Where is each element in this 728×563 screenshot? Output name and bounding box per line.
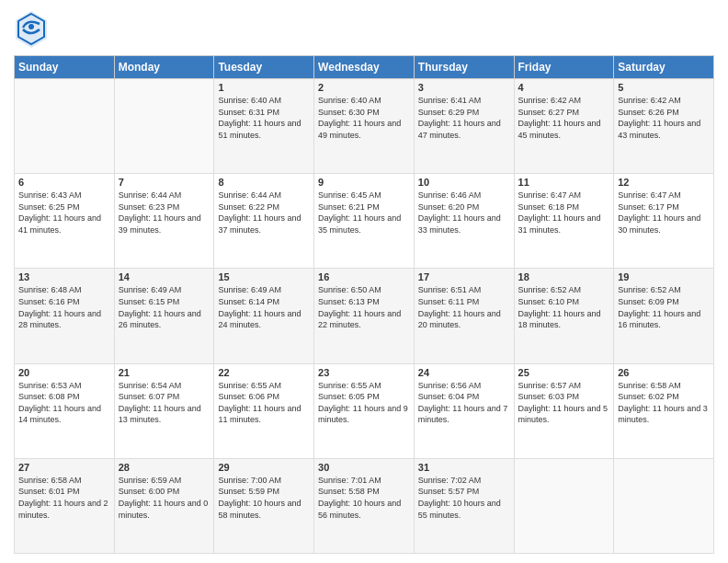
- calendar-cell: [514, 458, 614, 553]
- day-info: Sunrise: 6:44 AM Sunset: 6:23 PM Dayligh…: [119, 190, 210, 236]
- weekday-header-saturday: Saturday: [614, 56, 714, 79]
- calendar-cell: 6Sunrise: 6:43 AM Sunset: 6:25 PM Daylig…: [15, 174, 115, 269]
- day-number: 17: [418, 271, 510, 282]
- calendar-cell: 21Sunrise: 6:54 AM Sunset: 6:07 PM Dayli…: [114, 363, 214, 458]
- day-number: 2: [318, 82, 410, 93]
- day-number: 15: [218, 271, 310, 282]
- day-number: 31: [418, 462, 510, 473]
- day-info: Sunrise: 6:54 AM Sunset: 6:07 PM Dayligh…: [119, 380, 210, 426]
- logo: [14, 9, 51, 48]
- calendar-cell: 10Sunrise: 6:46 AM Sunset: 6:20 PM Dayli…: [414, 174, 514, 269]
- day-info: Sunrise: 6:46 AM Sunset: 6:20 PM Dayligh…: [418, 190, 510, 236]
- day-info: Sunrise: 6:43 AM Sunset: 6:25 PM Dayligh…: [18, 190, 110, 236]
- calendar-cell: 24Sunrise: 6:56 AM Sunset: 6:04 PM Dayli…: [414, 363, 514, 458]
- calendar-cell: 9Sunrise: 6:45 AM Sunset: 6:21 PM Daylig…: [314, 174, 415, 269]
- calendar-cell: 28Sunrise: 6:59 AM Sunset: 6:00 PM Dayli…: [114, 458, 214, 553]
- day-number: 14: [119, 271, 210, 282]
- calendar-cell: 19Sunrise: 6:52 AM Sunset: 6:09 PM Dayli…: [614, 269, 714, 363]
- weekday-header-row: SundayMondayTuesdayWednesdayThursdayFrid…: [15, 56, 714, 79]
- week-row-3: 13Sunrise: 6:48 AM Sunset: 6:16 PM Dayli…: [15, 269, 714, 363]
- day-number: 11: [518, 177, 610, 188]
- weekday-header-sunday: Sunday: [15, 56, 115, 79]
- calendar-cell: 7Sunrise: 6:44 AM Sunset: 6:23 PM Daylig…: [114, 174, 214, 269]
- day-info: Sunrise: 6:41 AM Sunset: 6:29 PM Dayligh…: [418, 95, 510, 141]
- week-row-1: 1Sunrise: 6:40 AM Sunset: 6:31 PM Daylig…: [15, 79, 714, 174]
- calendar-cell: 5Sunrise: 6:42 AM Sunset: 6:26 PM Daylig…: [614, 79, 714, 174]
- day-info: Sunrise: 6:55 AM Sunset: 6:06 PM Dayligh…: [218, 380, 310, 426]
- day-number: 30: [318, 462, 410, 473]
- calendar-cell: 16Sunrise: 6:50 AM Sunset: 6:13 PM Dayli…: [314, 269, 415, 363]
- calendar-cell: [15, 79, 115, 174]
- day-number: 1: [218, 82, 310, 93]
- day-info: Sunrise: 6:55 AM Sunset: 6:05 PM Dayligh…: [318, 380, 410, 426]
- day-info: Sunrise: 7:02 AM Sunset: 5:57 PM Dayligh…: [418, 475, 510, 521]
- day-info: Sunrise: 6:45 AM Sunset: 6:21 PM Dayligh…: [318, 190, 410, 236]
- day-number: 22: [218, 367, 310, 378]
- day-info: Sunrise: 6:49 AM Sunset: 6:15 PM Dayligh…: [119, 284, 210, 330]
- calendar-cell: 22Sunrise: 6:55 AM Sunset: 6:06 PM Dayli…: [214, 363, 314, 458]
- calendar-cell: 25Sunrise: 6:57 AM Sunset: 6:03 PM Dayli…: [514, 363, 614, 458]
- day-info: Sunrise: 6:40 AM Sunset: 6:30 PM Dayligh…: [318, 95, 410, 141]
- day-number: 6: [18, 177, 110, 188]
- calendar-cell: [614, 458, 714, 553]
- day-number: 13: [18, 271, 110, 282]
- day-info: Sunrise: 6:42 AM Sunset: 6:27 PM Dayligh…: [518, 95, 610, 141]
- page-header: [14, 9, 714, 48]
- day-info: Sunrise: 6:47 AM Sunset: 6:18 PM Dayligh…: [518, 190, 610, 236]
- weekday-header-thursday: Thursday: [414, 56, 514, 79]
- calendar-cell: 3Sunrise: 6:41 AM Sunset: 6:29 PM Daylig…: [414, 79, 514, 174]
- day-info: Sunrise: 6:58 AM Sunset: 6:01 PM Dayligh…: [18, 475, 110, 521]
- day-info: Sunrise: 7:01 AM Sunset: 5:58 PM Dayligh…: [318, 475, 410, 521]
- day-number: 10: [418, 177, 510, 188]
- day-info: Sunrise: 6:51 AM Sunset: 6:11 PM Dayligh…: [418, 284, 510, 330]
- weekday-header-wednesday: Wednesday: [314, 56, 415, 79]
- calendar-table: SundayMondayTuesdayWednesdayThursdayFrid…: [14, 55, 714, 554]
- day-info: Sunrise: 6:52 AM Sunset: 6:09 PM Dayligh…: [618, 284, 710, 330]
- day-info: Sunrise: 6:59 AM Sunset: 6:00 PM Dayligh…: [119, 475, 210, 521]
- day-info: Sunrise: 7:00 AM Sunset: 5:59 PM Dayligh…: [218, 475, 310, 521]
- day-number: 16: [318, 271, 410, 282]
- calendar-cell: 14Sunrise: 6:49 AM Sunset: 6:15 PM Dayli…: [114, 269, 214, 363]
- day-number: 5: [618, 82, 710, 93]
- day-info: Sunrise: 6:48 AM Sunset: 6:16 PM Dayligh…: [18, 284, 110, 330]
- calendar-cell: 15Sunrise: 6:49 AM Sunset: 6:14 PM Dayli…: [214, 269, 314, 363]
- day-number: 8: [218, 177, 310, 188]
- calendar-cell: 30Sunrise: 7:01 AM Sunset: 5:58 PM Dayli…: [314, 458, 415, 553]
- day-number: 18: [518, 271, 610, 282]
- day-info: Sunrise: 6:49 AM Sunset: 6:14 PM Dayligh…: [218, 284, 310, 330]
- calendar-cell: 17Sunrise: 6:51 AM Sunset: 6:11 PM Dayli…: [414, 269, 514, 363]
- week-row-5: 27Sunrise: 6:58 AM Sunset: 6:01 PM Dayli…: [15, 458, 714, 553]
- day-number: 24: [418, 367, 510, 378]
- calendar-cell: 31Sunrise: 7:02 AM Sunset: 5:57 PM Dayli…: [414, 458, 514, 553]
- day-number: 27: [18, 462, 110, 473]
- day-number: 21: [119, 367, 210, 378]
- day-number: 7: [119, 177, 210, 188]
- calendar-cell: 26Sunrise: 6:58 AM Sunset: 6:02 PM Dayli…: [614, 363, 714, 458]
- day-info: Sunrise: 6:42 AM Sunset: 6:26 PM Dayligh…: [618, 95, 710, 141]
- calendar-cell: 2Sunrise: 6:40 AM Sunset: 6:30 PM Daylig…: [314, 79, 415, 174]
- day-info: Sunrise: 6:40 AM Sunset: 6:31 PM Dayligh…: [218, 95, 310, 141]
- calendar-cell: 4Sunrise: 6:42 AM Sunset: 6:27 PM Daylig…: [514, 79, 614, 174]
- day-number: 25: [518, 367, 610, 378]
- day-info: Sunrise: 6:56 AM Sunset: 6:04 PM Dayligh…: [418, 380, 510, 426]
- day-info: Sunrise: 6:47 AM Sunset: 6:17 PM Dayligh…: [618, 190, 710, 236]
- day-number: 9: [318, 177, 410, 188]
- day-number: 26: [618, 367, 710, 378]
- calendar-cell: 27Sunrise: 6:58 AM Sunset: 6:01 PM Dayli…: [15, 458, 115, 553]
- day-number: 23: [318, 367, 410, 378]
- day-number: 19: [618, 271, 710, 282]
- weekday-header-tuesday: Tuesday: [214, 56, 314, 79]
- week-row-4: 20Sunrise: 6:53 AM Sunset: 6:08 PM Dayli…: [15, 363, 714, 458]
- day-number: 3: [418, 82, 510, 93]
- day-number: 12: [618, 177, 710, 188]
- day-number: 4: [518, 82, 610, 93]
- logo-icon: [14, 9, 49, 48]
- calendar-cell: 8Sunrise: 6:44 AM Sunset: 6:22 PM Daylig…: [214, 174, 314, 269]
- weekday-header-monday: Monday: [114, 56, 214, 79]
- calendar-cell: 23Sunrise: 6:55 AM Sunset: 6:05 PM Dayli…: [314, 363, 415, 458]
- week-row-2: 6Sunrise: 6:43 AM Sunset: 6:25 PM Daylig…: [15, 174, 714, 269]
- day-info: Sunrise: 6:57 AM Sunset: 6:03 PM Dayligh…: [518, 380, 610, 426]
- calendar-cell: 29Sunrise: 7:00 AM Sunset: 5:59 PM Dayli…: [214, 458, 314, 553]
- calendar-cell: [114, 79, 214, 174]
- day-number: 28: [119, 462, 210, 473]
